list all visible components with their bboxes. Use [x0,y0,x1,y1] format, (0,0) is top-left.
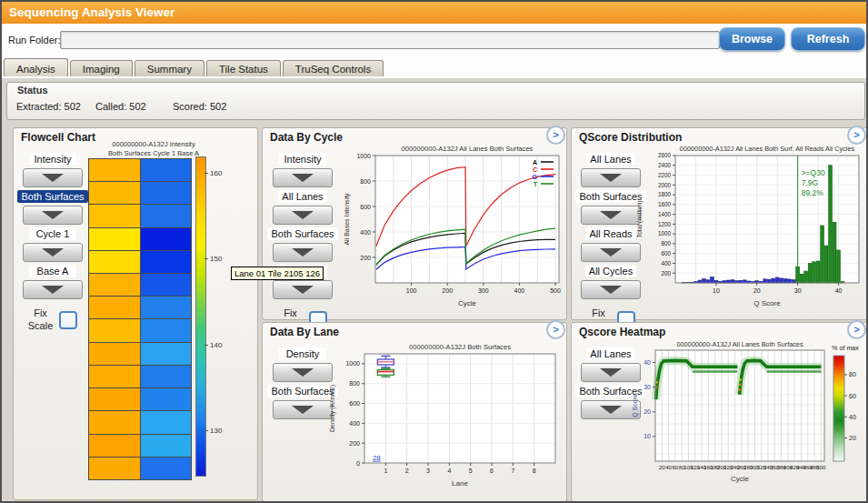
tab-imaging[interactable]: Imaging [70,60,133,76]
title-bar: Sequencing Analysis Viewer [2,2,866,24]
dropdown-button[interactable] [23,280,83,299]
tab-bar: AnalysisImagingSummaryTile StatusTruSeq … [2,58,866,78]
expand-data-by-cycle-button[interactable]: > [546,126,565,145]
flowcell-tile[interactable] [141,366,192,387]
flowcell-tile[interactable] [89,366,140,387]
qscore-distribution-select-all-lanes[interactable]: All Lanes [586,153,634,166]
flowcell-tile[interactable] [141,274,192,296]
qscore-heatmap-chart[interactable]: 1020304020406080100120140160180200220240… [630,341,864,499]
chevron-down-icon [42,174,64,182]
tab-summary[interactable]: Summary [135,60,205,76]
tab-analysis[interactable]: Analysis [4,58,68,76]
flowcell-tile[interactable] [89,343,140,365]
expand-qscore-heatmap-button[interactable]: > [847,320,866,339]
qscore-distribution-select-all-cycles[interactable]: All Cycles [585,265,636,277]
tab-truseq-controls[interactable]: TruSeq Controls [283,60,384,76]
data-by-cycle-select-all-lanes[interactable]: All Lanes [278,190,326,203]
data-by-cycle-controls: IntensityAll LanesBoth SurfacesAll Bases… [266,153,339,333]
flowcell-select-intensity[interactable]: Intensity [29,153,76,166]
panel-data-by-cycle: Data By Cycle > IntensityAll LanesBoth S… [262,127,567,320]
dropdown-button[interactable] [273,243,333,262]
flowcell-tile[interactable] [141,343,192,365]
flowcell-tile[interactable] [141,388,192,410]
dropdown-button[interactable] [581,206,641,225]
svg-text:G: G [533,174,538,180]
flowcell-tile[interactable] [89,228,140,250]
browse-button[interactable]: Browse [719,27,785,51]
chevron-down-icon [292,406,314,414]
flowcell-select-both-surfaces[interactable]: Both Surfaces [17,190,87,203]
svg-text:30: 30 [794,287,802,294]
chevron-down-icon [42,286,64,294]
flowcell-tile[interactable] [89,435,140,457]
flowcell-tile[interactable] [141,182,192,204]
data-by-lane-chart[interactable]: 020040060080010001234567828000000000-A13… [326,343,563,499]
flowcell-tile[interactable] [141,205,192,226]
qscore-distribution-chart[interactable]: >=Q307.9G89.2%20040060080010001200140016… [634,143,864,317]
data-by-cycle-select-both-surfaces[interactable]: Both Surfaces [267,227,337,240]
expand-data-by-lane-button[interactable]: > [546,320,565,339]
chevron-down-icon [600,174,622,182]
dropdown-button[interactable] [273,206,333,225]
dropdown-button[interactable] [273,168,333,187]
flowcell-tile[interactable] [141,228,192,250]
flowcell-tile[interactable] [141,251,192,273]
flowcell-tile[interactable] [141,319,192,341]
chevron-down-icon [600,211,622,219]
dropdown-button[interactable] [23,168,83,187]
dropdown-button[interactable] [23,243,83,262]
svg-text:800: 800 [661,240,671,246]
chevron-down-icon [600,406,622,414]
flowcell-tile[interactable] [141,435,192,457]
svg-text:C: C [533,166,537,173]
flowcell-tile[interactable] [89,205,140,226]
dropdown-button[interactable] [23,206,83,225]
fix-scale-row: FixScale [28,307,78,333]
flowcell-tile[interactable] [141,458,192,479]
flowcell-tile[interactable] [89,458,140,479]
flowcell-tile[interactable] [141,411,192,433]
chevron-down-icon [292,248,314,257]
flowcell-select-cycle-1[interactable]: Cycle 1 [29,227,76,240]
flowcell-tile[interactable] [89,319,140,341]
expand-qscore-distribution-button[interactable]: > [847,126,866,145]
status-scored-: Scored: 502 [173,101,226,112]
flowcell-tile[interactable] [89,411,140,433]
run-folder-label: Run Folder: [8,35,60,45]
dropdown-button[interactable] [581,280,641,299]
run-folder-bar: Run Folder: Browse Refresh [2,24,866,58]
tab-tile-status[interactable]: Tile Status [206,60,281,76]
refresh-button[interactable]: Refresh [791,27,865,51]
flowcell-tile[interactable] [89,388,140,410]
svg-text:2: 2 [405,468,409,474]
svg-text:2600: 2600 [658,152,672,158]
flowcell-select-base-a[interactable]: Base A [29,265,76,277]
flowcell-tile[interactable] [89,251,140,273]
svg-text:1600: 1600 [658,201,672,207]
panel-title-data-by-lane: Data By Lane [270,326,339,338]
flowcell-tile[interactable] [89,159,140,181]
svg-text:800: 800 [360,178,371,185]
flowcell-tile[interactable] [141,297,192,318]
flowcell-tile[interactable] [89,297,140,318]
chevron-down-icon [600,368,622,377]
dropdown-button[interactable] [581,168,641,187]
run-folder-input[interactable] [60,31,720,49]
fix-scale-checkbox[interactable] [59,311,77,329]
flowcell-tile[interactable] [89,274,140,296]
data-by-cycle-select-intensity[interactable]: Intensity [279,153,326,166]
dropdown-button[interactable] [273,363,333,382]
dropdown-button[interactable] [273,280,333,299]
app-window: Sequencing Analysis Viewer Run Folder: B… [0,0,868,503]
dropdown-button[interactable] [273,400,333,419]
flowcell-heatmap[interactable] [88,158,192,480]
dropdown-button[interactable] [581,243,641,262]
flowcell-tile[interactable] [89,182,140,204]
data-by-cycle-chart[interactable]: 2004006008001000100200300400500000000000… [341,143,564,317]
qscore-heatmap-select-all-lanes[interactable]: All Lanes [586,347,634,360]
svg-text:0: 0 [356,460,360,467]
flowcell-tile[interactable] [141,159,192,181]
data-by-lane-select-density[interactable]: Density [279,347,326,360]
qscore-distribution-select-all-reads[interactable]: All Reads [585,227,635,240]
svg-text:% of max: % of max [832,344,859,352]
